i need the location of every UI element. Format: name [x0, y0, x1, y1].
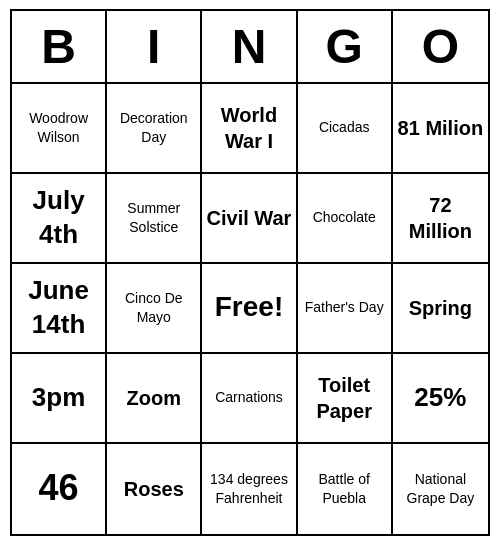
bingo-cell: 3pm	[12, 354, 107, 444]
header-letter: G	[298, 11, 393, 82]
bingo-cell: Carnations	[202, 354, 297, 444]
bingo-cell: Battle of Puebla	[298, 444, 393, 534]
bingo-cell: Roses	[107, 444, 202, 534]
bingo-cell: June 14th	[12, 264, 107, 354]
bingo-cell: Cicadas	[298, 84, 393, 174]
bingo-cell: Toilet Paper	[298, 354, 393, 444]
bingo-cell: Cinco De Mayo	[107, 264, 202, 354]
bingo-cell: 25%	[393, 354, 488, 444]
bingo-cell: World War I	[202, 84, 297, 174]
bingo-cell: 81 Milion	[393, 84, 488, 174]
bingo-cell: 72 Million	[393, 174, 488, 264]
header-letter: O	[393, 11, 488, 82]
bingo-cell: Father's Day	[298, 264, 393, 354]
bingo-cell: Summer Solstice	[107, 174, 202, 264]
bingo-cell: Decoration Day	[107, 84, 202, 174]
header-letter: I	[107, 11, 202, 82]
bingo-grid: Woodrow WilsonDecoration DayWorld War IC…	[12, 84, 488, 534]
bingo-cell: 46	[12, 444, 107, 534]
bingo-cell: Woodrow Wilson	[12, 84, 107, 174]
bingo-cell: Spring	[393, 264, 488, 354]
header-letter: N	[202, 11, 297, 82]
bingo-cell: 134 degrees Fahrenheit	[202, 444, 297, 534]
bingo-header: BINGO	[12, 11, 488, 84]
bingo-cell: Chocolate	[298, 174, 393, 264]
bingo-card: BINGO Woodrow WilsonDecoration DayWorld …	[10, 9, 490, 536]
header-letter: B	[12, 11, 107, 82]
bingo-cell: National Grape Day	[393, 444, 488, 534]
bingo-cell: July 4th	[12, 174, 107, 264]
bingo-cell: Free!	[202, 264, 297, 354]
bingo-cell: Civil War	[202, 174, 297, 264]
bingo-cell: Zoom	[107, 354, 202, 444]
